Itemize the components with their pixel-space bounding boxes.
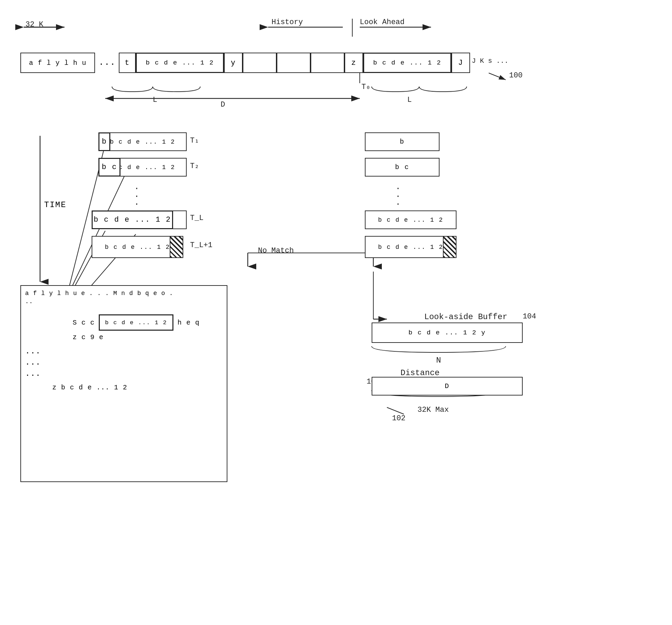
label-L2: L <box>407 96 412 104</box>
buffer-spacer3 <box>311 53 344 73</box>
right-dots3: . <box>395 197 401 207</box>
label-L1: L <box>153 96 157 104</box>
distance-max: 32K Max <box>417 406 449 414</box>
step-T2-label: T₂ <box>190 161 199 170</box>
buffer-spacer2 <box>277 53 311 73</box>
time-label: TIME <box>44 200 67 209</box>
lookaside-box: b c d e ... 1 2 y <box>372 323 523 343</box>
buffer-j: J <box>451 53 470 73</box>
buffer-left: a f l y l h u <box>20 53 95 73</box>
buffer-z: z <box>344 53 363 73</box>
right-box-TL1-hatch <box>443 236 456 258</box>
lookaside-ref: 104 <box>523 312 536 321</box>
distance-box: D <box>372 377 523 396</box>
label-T0: T₀ <box>361 82 370 91</box>
right-box-bc: b c <box>365 158 440 177</box>
lookaside-n: N <box>436 356 441 365</box>
distance-ref102: 102 <box>392 414 406 423</box>
step-TL-label: T_L <box>190 214 204 222</box>
history-bottom: z b c d e ... 1 2 <box>52 384 127 391</box>
step-T2-inner: b c <box>98 158 120 177</box>
buffer-y: y <box>224 53 243 73</box>
buffer-match2: b c d e ... 1 2 <box>363 53 451 73</box>
lookahead-label: Look Ahead <box>360 18 405 26</box>
history-mid-text: .. <box>25 298 33 305</box>
history-label: History <box>272 18 303 26</box>
history-top-text: a f l y l h u e . . . M n d b q e o . <box>25 290 173 297</box>
size-label: 32 K <box>25 20 43 29</box>
buffer-right: J K s ... <box>472 57 508 65</box>
svg-line-21 <box>489 73 506 80</box>
history-inner-match: b c d e ... 1 2 <box>99 314 173 331</box>
step-T1-label: T₁ <box>190 136 199 145</box>
history-dots2: ... <box>25 358 41 367</box>
history-scc: S c c <box>73 319 95 327</box>
buffer-spacer1 <box>243 53 277 73</box>
buffer-dots: ... <box>98 57 115 68</box>
svg-line-24 <box>387 407 404 414</box>
right-box-b: b <box>365 132 440 151</box>
buffer-match1: b c d e ... 1 2 <box>136 53 224 73</box>
right-box-TL: b c d e ... 1 2 <box>365 210 456 229</box>
step-T1-inner: b <box>98 132 110 151</box>
lookaside-label: Look-aside Buffer <box>424 312 507 321</box>
history-zc9e: z c 9 e <box>73 333 104 341</box>
history-dots3: ... <box>25 369 41 378</box>
step-dots3: . <box>134 197 139 207</box>
history-buffer-box: a f l y l h u e . . . M n d b q e o . ..… <box>20 285 227 482</box>
step-TL1-label: T_L+1 <box>190 241 212 250</box>
ref-100: 100 <box>509 71 523 80</box>
history-heq: h e q <box>178 319 200 327</box>
buffer-t: t <box>119 53 136 73</box>
history-dots1: ... <box>25 347 41 356</box>
step-T1-box: b c d e ... 1 2 <box>98 132 187 151</box>
no-match-label: No Match <box>258 246 294 255</box>
distance-label: Distance <box>400 368 440 378</box>
step-TL1-hatch <box>170 236 183 258</box>
diagram: 32 K History Look Ahead a f l y l h u ..… <box>0 0 672 625</box>
label-D: D <box>221 100 225 109</box>
step-TL-inner: b c d e ... 1 2 <box>92 210 173 229</box>
svg-line-15 <box>68 166 129 295</box>
